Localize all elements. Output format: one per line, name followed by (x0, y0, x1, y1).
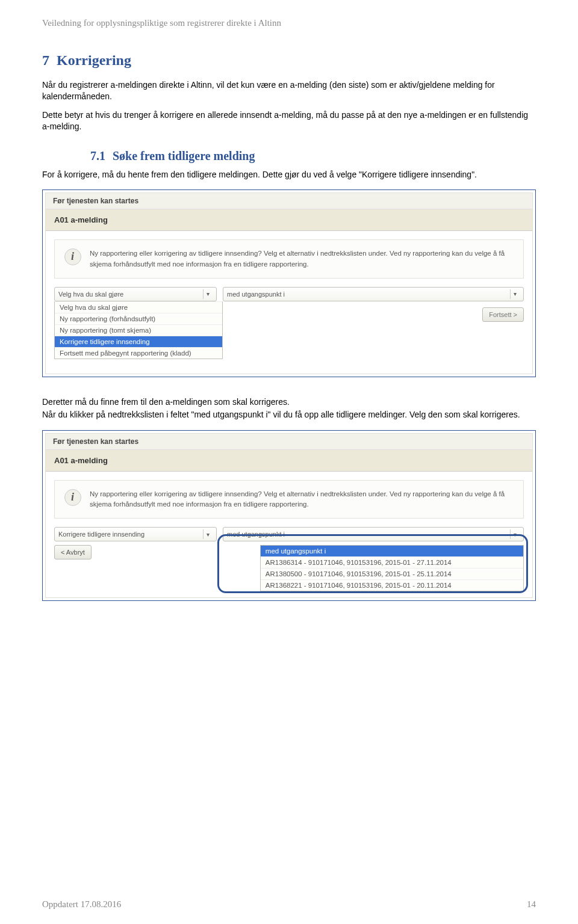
panel-pretitle: Før tjenesten kan startes (46, 434, 532, 450)
chevron-down-icon: ▾ (510, 289, 520, 299)
dropdown-option[interactable]: AR1380500 - 910171046, 910153196, 2015-0… (261, 568, 523, 579)
paragraph: Deretter må du finne frem til den a-meld… (42, 396, 536, 408)
dropdown-option[interactable]: AR1386314 - 910171046, 910153196, 2015-0… (261, 556, 523, 568)
info-text: Ny rapportering eller korrigering av tid… (90, 489, 514, 510)
basis-dropdown-open: med utgangspunkt i AR1386314 - 910171046… (260, 545, 524, 591)
action-select[interactable]: Korrigere tidligere innsending ▾ (54, 527, 217, 541)
page-number: 14 (527, 899, 536, 910)
subsection-number: 7.1 (90, 149, 105, 162)
info-icon (64, 248, 81, 265)
paragraph: Dette betyr at hvis du trenger å korrige… (42, 109, 536, 132)
subsection-heading: 7.1Søke frem tidligere melding (90, 149, 536, 163)
basis-select[interactable]: med utgangspunkt i ▾ (223, 527, 524, 541)
chevron-down-icon: ▾ (510, 529, 520, 539)
screenshot-1: Før tjenesten kan startes A01 a-melding … (42, 189, 536, 377)
info-icon (64, 489, 81, 506)
panel-title: A01 a-melding (46, 209, 532, 231)
info-text: Ny rapportering eller korrigering av tid… (90, 248, 514, 270)
dropdown-option[interactable]: AR1368221 - 910171046, 910153196, 2015-0… (261, 579, 523, 591)
screenshot-2: Før tjenesten kan startes A01 a-melding … (42, 430, 536, 602)
subsection-title: Søke frem tidligere melding (113, 149, 255, 162)
paragraph: Når du registrerer a-meldingen direkte i… (42, 79, 536, 102)
fortsett-button[interactable]: Fortsett > (482, 307, 524, 322)
action-select-value: Korrigere tidligere innsending (58, 531, 144, 538)
action-select[interactable]: Velg hva du skal gjøre ▾ (54, 287, 217, 301)
panel-pretitle: Før tjenesten kan startes (46, 193, 532, 209)
footer-date: Oppdatert 17.08.2016 (42, 899, 121, 910)
page-header: Veiledning for opplysningspliktige som r… (42, 18, 536, 28)
section-number: 7 (42, 52, 49, 68)
section-heading: 7Korrigering (42, 52, 536, 69)
basis-select-value: med utgangspunkt i (227, 291, 285, 298)
footer: Oppdatert 17.08.2016 14 (42, 899, 536, 910)
info-box: Ny rapportering eller korrigering av tid… (54, 239, 524, 279)
chevron-down-icon: ▾ (203, 529, 213, 539)
action-select-value: Velg hva du skal gjøre (58, 291, 123, 298)
chevron-down-icon: ▾ (203, 289, 213, 299)
dropdown-option-selected[interactable]: med utgangspunkt i (261, 546, 523, 556)
info-box: Ny rapportering eller korrigering av tid… (54, 480, 524, 519)
paragraph: Når du klikker på nedtrekkslisten i felt… (42, 409, 536, 420)
panel-title: A01 a-melding (46, 450, 532, 472)
basis-select-value: med utgangspunkt i (227, 531, 285, 538)
basis-select[interactable]: med utgangspunkt i ▾ (223, 287, 524, 301)
paragraph: For å korrigere, må du hente frem den ti… (42, 169, 536, 180)
avbryt-button[interactable]: < Avbryt (54, 545, 92, 559)
section-title: Korrigering (57, 52, 131, 68)
